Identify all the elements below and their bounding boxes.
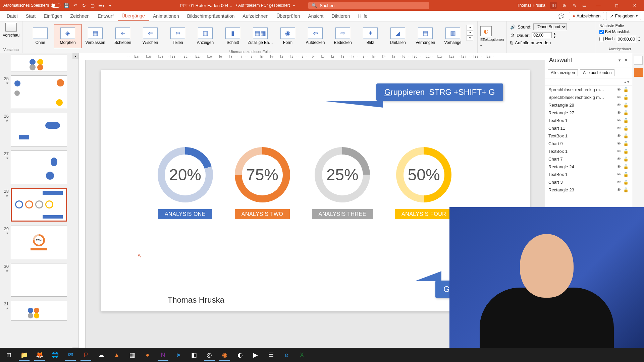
eye-icon[interactable]: 👁 <box>617 180 621 185</box>
trans-umfallen[interactable]: ◢Umfallen <box>384 24 412 48</box>
tb-telegram-icon[interactable]: ➤ <box>171 349 186 361</box>
search-box[interactable]: 🔍 <box>308 2 429 9</box>
sel-item[interactable]: Rectangle 28👁🔓 <box>545 101 632 109</box>
saved-dropdown-icon[interactable]: ▾ <box>293 4 295 7</box>
sel-item[interactable]: TextBox 1👁🔓 <box>545 117 632 124</box>
eye-icon[interactable]: 👁 <box>617 87 621 92</box>
donut-2[interactable]: 75% ANALYSIS TWO <box>235 147 290 219</box>
search-input[interactable] <box>320 3 426 8</box>
trans-morphen[interactable]: ◈Morphen <box>54 24 82 48</box>
trans-ohne[interactable]: Ohne <box>26 24 54 48</box>
thumb-row-28[interactable]: 28★ <box>1 188 76 222</box>
lock-icon[interactable]: 🔓 <box>623 126 629 131</box>
sel-item[interactable]: TextBox 1👁🔓 <box>545 171 632 178</box>
lock-icon[interactable]: 🔓 <box>623 172 629 177</box>
lock-icon[interactable]: 🔓 <box>623 180 629 185</box>
lock-icon[interactable]: 🔓 <box>623 95 629 100</box>
tb-app7-icon[interactable]: ▶ <box>248 349 263 361</box>
tb-app-icon[interactable]: ☁ <box>94 349 109 361</box>
author-text[interactable]: Thomas Hruska <box>168 295 224 305</box>
eye-icon[interactable]: 👁 <box>617 187 621 192</box>
eye-icon[interactable]: 👁 <box>617 157 621 162</box>
thumb-row-31[interactable]: 31★ <box>1 301 76 321</box>
sel-item[interactable]: Rectangle 23👁🔓 <box>545 186 632 194</box>
close-button[interactable]: ✕ <box>628 0 641 11</box>
tab-hilfe[interactable]: Hilfe <box>354 11 372 21</box>
lock-icon[interactable]: 🔓 <box>623 141 629 146</box>
trans-vorhaenge[interactable]: ▥Vorhänge <box>439 24 467 48</box>
tab-diktieren[interactable]: Diktieren <box>327 11 354 21</box>
sel-item[interactable]: Sprechblase: rechteckig m…👁🔓 <box>545 86 632 94</box>
tab-entwurf[interactable]: Entwurf <box>94 11 117 21</box>
tb-app4-icon[interactable]: ◧ <box>186 349 201 361</box>
on-click-checkbox[interactable] <box>599 30 604 34</box>
side-icon-1[interactable] <box>634 56 643 65</box>
lock-icon[interactable]: 🔓 <box>623 103 629 108</box>
sel-item[interactable]: Chart 3👁🔓 <box>545 178 632 186</box>
trans-verhaengen[interactable]: ▤Verhängen <box>412 24 439 48</box>
maximize-button[interactable]: ◻ <box>610 0 623 11</box>
eye-icon[interactable]: 👁 <box>617 126 621 131</box>
thumb-row-30[interactable]: 30★ <box>1 263 76 297</box>
lock-icon[interactable]: 🔓 <box>623 187 629 192</box>
sel-item[interactable]: Chart 11👁🔓 <box>545 124 632 132</box>
minimize-button[interactable]: — <box>592 0 605 11</box>
donut-4[interactable]: 50% ANALYSIS FOUR <box>395 147 453 219</box>
thumb-row-26[interactable]: 26★ <box>1 113 76 146</box>
redo-icon[interactable]: ↻ <box>81 3 87 8</box>
lock-icon[interactable]: 🔓 <box>623 118 629 123</box>
tab-ueberpruefen[interactable]: Überprüfen <box>272 11 304 21</box>
analysis-label-4[interactable]: ANALYSIS FOUR <box>395 209 453 219</box>
reorder-arrows[interactable]: ▴ ▾ <box>545 78 632 86</box>
tb-app2-icon[interactable]: ▦ <box>125 349 140 361</box>
present-icon[interactable]: ▢ <box>90 3 95 8</box>
tab-datei[interactable]: Datei <box>3 11 22 21</box>
eye-icon[interactable]: 👁 <box>617 103 621 108</box>
user-avatar[interactable]: TH <box>550 2 557 9</box>
touch-icon[interactable]: ☰▾ <box>99 3 104 8</box>
tab-ansicht[interactable]: Ansicht <box>304 11 327 21</box>
trans-schieben[interactable]: ⇤Schieben <box>109 24 137 48</box>
lock-icon[interactable]: 🔓 <box>623 87 629 92</box>
tb-chrome-icon[interactable]: 🌐 <box>48 349 62 361</box>
sel-item[interactable]: Rectangle 24👁🔓 <box>545 163 632 171</box>
tb-excel-icon[interactable]: X <box>294 349 309 361</box>
tb-app6-icon[interactable]: ◐ <box>233 349 248 361</box>
donut-3[interactable]: 25% ANALYSIS THREE <box>312 147 373 219</box>
tab-zeichnen[interactable]: Zeichnen <box>66 11 94 21</box>
eye-icon[interactable]: 👁 <box>617 164 621 169</box>
thumb-row-29[interactable]: 29★ 75% <box>1 226 76 259</box>
tb-app8-icon[interactable]: ☰ <box>264 349 278 361</box>
saved-location[interactable]: • Auf "diesem PC" gespeichert <box>236 3 290 8</box>
tb-edge-icon[interactable]: e <box>279 349 294 361</box>
tab-start[interactable]: Start <box>22 11 40 21</box>
analysis-label-1[interactable]: ANALYSIS ONE <box>158 209 212 219</box>
tab-einfuegen[interactable]: Einfügen <box>40 11 66 21</box>
tb-powerpoint-icon[interactable]: P <box>78 349 93 361</box>
eye-icon[interactable]: 👁 <box>617 118 621 123</box>
thumb-row-25[interactable]: 25★ <box>1 75 76 109</box>
eye-icon[interactable]: 👁 <box>617 110 621 115</box>
eye-icon[interactable]: 👁 <box>617 95 621 100</box>
after-input[interactable] <box>617 36 637 42</box>
sel-item[interactable]: TextBox 1👁🔓 <box>545 132 632 140</box>
trans-wischen[interactable]: ⇐Wischen <box>137 24 164 48</box>
lock-icon[interactable]: 🔓 <box>623 164 629 169</box>
trans-aufdecken[interactable]: ⇦Aufdecken <box>302 24 329 48</box>
comments-icon[interactable]: 💬 <box>556 12 567 20</box>
sel-item[interactable]: Sprechblase: rechteckig m…👁🔓 <box>545 94 632 101</box>
tab-uebergaenge[interactable]: Übergänge <box>118 11 149 21</box>
lock-icon[interactable]: 🔓 <box>623 149 629 154</box>
tb-onenote-icon[interactable]: N <box>156 349 170 361</box>
tb-vlc-icon[interactable]: ▲ <box>109 349 124 361</box>
sel-item[interactable]: Chart 7👁🔓 <box>545 155 632 163</box>
trans-teilen[interactable]: ⇔Teilen <box>164 24 192 48</box>
qat-more-icon[interactable]: ▾ <box>107 3 113 8</box>
trans-zufaellig[interactable]: ▦▦Zufällige Ba… <box>247 24 274 48</box>
autosave-toggle[interactable]: Automatisches Speichern <box>3 3 60 8</box>
sel-item[interactable]: Rectangle 27👁🔓 <box>545 109 632 117</box>
donut-1[interactable]: 20% ANALYSIS ONE <box>158 147 213 219</box>
sel-item[interactable]: Chart 9👁🔓 <box>545 140 632 147</box>
trans-anzeigen[interactable]: ▥Anzeigen <box>192 24 219 48</box>
trans-bedecken[interactable]: ⇨Bedecken <box>329 24 357 48</box>
